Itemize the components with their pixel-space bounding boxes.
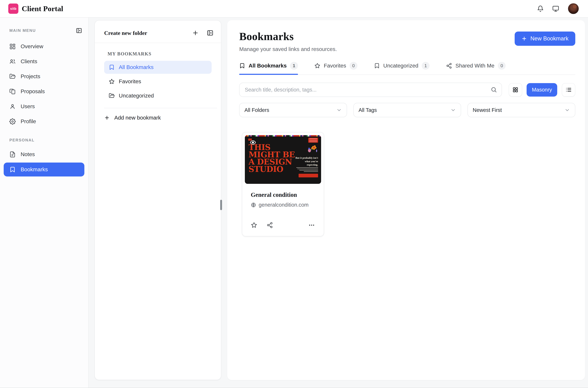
panel-collapse-icon[interactable]: [207, 29, 213, 36]
folder-item-label: All Bookmarks: [119, 64, 153, 71]
tab-uncategorized[interactable]: Uncategorized 1: [374, 62, 430, 74]
chevron-down-icon: [564, 107, 570, 113]
sort-value: Newest First: [473, 107, 502, 113]
search-input[interactable]: [239, 83, 502, 97]
folder-open-icon: [9, 73, 16, 80]
masonry-view-button[interactable]: Masonry: [527, 83, 557, 97]
plus-icon: [104, 115, 110, 121]
create-folder-label[interactable]: Create new folder: [104, 30, 192, 36]
search-icon[interactable]: [491, 86, 497, 93]
sidebar-item-label: Overview: [21, 43, 43, 49]
bookmark-grid: THIS MIGHT BE A DESIGN STUDIO: [239, 117, 575, 237]
sidebar-item-users[interactable]: Users: [4, 99, 84, 114]
panel-resize-handle[interactable]: [220, 200, 222, 210]
preview-eye-icon[interactable]: [250, 139, 256, 146]
thumbnail-glitch-strip: [245, 135, 321, 137]
tab-all-bookmarks[interactable]: All Bookmarks 1: [239, 62, 298, 74]
display-icon[interactable]: [552, 5, 559, 12]
tab-label: All Bookmarks: [249, 63, 287, 69]
chevron-down-icon: [450, 107, 456, 113]
sidebar-item-clients[interactable]: Clients: [4, 54, 84, 69]
sidebar-section-main: MAIN MENU: [9, 28, 36, 33]
sidebar-item-overview[interactable]: Overview: [4, 39, 84, 54]
tag-filter-value: All Tags: [359, 107, 377, 113]
search-field: [239, 83, 502, 97]
bookmark-tabs: All Bookmarks 1 Favorites 0 Uncategorize…: [239, 62, 575, 75]
page-subtitle: Manage your saved links and resources.: [239, 46, 337, 52]
view-toggle-group: Masonry: [509, 83, 575, 97]
users-icon: [9, 58, 16, 65]
star-icon: [109, 78, 115, 84]
add-folder-icon[interactable]: [192, 29, 199, 36]
new-bookmark-label: New Bookmark: [530, 35, 568, 42]
list-icon: [565, 87, 572, 93]
tab-shared-with-me[interactable]: Shared With Me 0: [446, 62, 506, 74]
user-avatar[interactable]: [568, 3, 579, 14]
bookmark-thumbnail[interactable]: THIS MIGHT BE A DESIGN STUDIO: [245, 135, 321, 184]
folder-filter-value: All Folders: [244, 107, 269, 113]
copy-icon: [9, 88, 16, 95]
new-bookmark-button[interactable]: New Bookmark: [515, 31, 575, 46]
bookmarks-main: Bookmarks Manage your saved links and re…: [227, 20, 585, 380]
preview-right-column: But it probably isn't what you're expect…: [294, 144, 318, 177]
sort-select[interactable]: Newest First: [467, 103, 575, 117]
folder-item-favorites[interactable]: Favorites: [104, 75, 211, 88]
user-icon: [9, 103, 16, 110]
favorite-star-icon[interactable]: [251, 222, 257, 228]
app-shell: MAIN MENU Overview Clients Projects Prop…: [0, 18, 588, 388]
star-icon: [314, 63, 320, 69]
preview-cta-button: [299, 174, 318, 177]
sidebar-collapse-icon[interactable]: [76, 27, 82, 34]
bookmark-icon: [239, 63, 245, 69]
sidebar-item-label: Projects: [21, 73, 40, 80]
grid-icon: [512, 87, 519, 93]
sidebar-item-bookmarks[interactable]: Bookmarks: [4, 163, 84, 176]
sidebar-item-label: Profile: [21, 118, 36, 124]
folder-item-uncategorized[interactable]: Uncategorized: [104, 89, 211, 102]
preview-corner-chip: [308, 138, 318, 143]
bookmark-card-actions: [245, 208, 321, 236]
share-icon: [446, 63, 452, 69]
sidebar: MAIN MENU Overview Clients Projects Prop…: [0, 18, 88, 388]
bookmark-url-row: generalcondition.com: [251, 202, 315, 208]
sidebar-item-profile[interactable]: Profile: [4, 114, 84, 129]
brand[interactable]: sitb Client Portal: [8, 3, 63, 14]
sidebar-header: MAIN MENU: [4, 18, 84, 39]
folders-panel: Create new folder MY BOOKMARKS All Bookm…: [95, 20, 221, 380]
bookmark-card: THIS MIGHT BE A DESIGN STUDIO: [242, 132, 324, 236]
folders-panel-header: Create new folder: [95, 21, 221, 43]
folder-filter-select[interactable]: All Folders: [239, 103, 347, 117]
note-icon: [9, 151, 16, 158]
bookmark-icon: [9, 166, 16, 173]
sidebar-item-projects[interactable]: Projects: [4, 69, 84, 84]
share-icon[interactable]: [267, 222, 273, 228]
my-bookmarks-section-label: MY BOOKMARKS: [95, 43, 221, 61]
preview-tagline: But it probably isn't what you're expect…: [294, 156, 318, 167]
tag-filter-select[interactable]: All Tags: [353, 103, 461, 117]
folder-item-label: Favorites: [119, 78, 141, 85]
grid-view-button[interactable]: [509, 83, 522, 97]
list-view-button[interactable]: [562, 83, 575, 97]
more-options-icon[interactable]: [308, 222, 315, 228]
app-logo: sitb: [8, 3, 18, 14]
panel-divider: [104, 108, 217, 108]
bell-icon[interactable]: [537, 5, 544, 12]
bookmark-url[interactable]: generalcondition.com: [259, 202, 308, 208]
sidebar-item-label: Notes: [21, 151, 35, 157]
bookmark-title[interactable]: General condition: [251, 191, 315, 198]
add-new-bookmark-label: Add new bookmark: [114, 115, 161, 121]
sidebar-item-notes[interactable]: Notes: [4, 147, 84, 162]
sidebar-item-proposals[interactable]: Proposals: [4, 84, 84, 99]
preview-text-bar: [299, 170, 318, 170]
globe-icon: [251, 202, 256, 208]
preview-text-bar: [304, 171, 318, 172]
topbar-actions: [537, 3, 579, 14]
chevron-down-icon: [336, 107, 342, 113]
preview-text-bar: [296, 167, 318, 168]
add-new-bookmark-button[interactable]: Add new bookmark: [104, 115, 211, 121]
sidebar-item-label: Proposals: [21, 88, 45, 95]
flower-illustration: [307, 144, 318, 154]
folder-open-icon: [109, 93, 115, 99]
tab-favorites[interactable]: Favorites 0: [314, 62, 358, 74]
folder-item-all-bookmarks[interactable]: All Bookmarks: [104, 61, 211, 74]
